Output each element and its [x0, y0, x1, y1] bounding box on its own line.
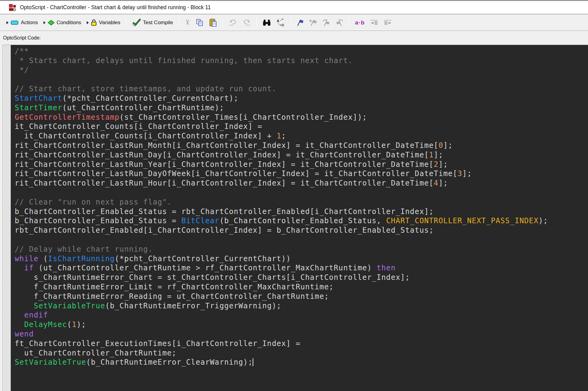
code-line[interactable]	[15, 75, 588, 84]
replace-button[interactable]: A B	[274, 17, 288, 28]
code-line[interactable]: */	[15, 66, 588, 75]
variables-label: Variables	[99, 20, 120, 26]
toolbar-separator	[349, 18, 349, 28]
bookmark-flag-blue-icon	[296, 19, 304, 26]
code-line[interactable]	[15, 235, 588, 245]
cut-button[interactable]: ✂	[182, 17, 193, 28]
chevron-right-icon	[87, 21, 89, 24]
code-line[interactable]: SetVariableTrue(b_ChartRuntimeError_Trig…	[15, 301, 588, 311]
code-line[interactable]: StartChart(*pcht_ChartController_Current…	[15, 94, 588, 103]
code-line[interactable]: it_ChartController_Counts[i_ChartControl…	[15, 131, 588, 141]
code-line[interactable]: endif	[15, 310, 588, 320]
code-line[interactable]: f_ChartRuntimeError_Limit = rf_ChartCont…	[15, 282, 588, 292]
test-compile-button[interactable]: Test Compile	[129, 17, 176, 28]
toolbar-separator	[179, 18, 179, 28]
code-line[interactable]: GetControllerTimestamp(st_ChartControlle…	[15, 113, 588, 122]
replace-a-to-b-icon: A B	[277, 19, 285, 27]
undo-button[interactable]	[226, 18, 240, 28]
title-bar[interactable]: OptoScript - ChartController - Start cha…	[0, 1, 588, 14]
code-line[interactable]: // Start chart, store timestamps, and up…	[15, 84, 588, 94]
code-line[interactable]: ft_ChartController_ExecutionTimes[i_Char…	[15, 339, 588, 348]
action-block-icon	[11, 20, 19, 25]
copy-icon	[196, 19, 204, 27]
undo-arrow-icon	[228, 19, 237, 26]
code-line[interactable]: DelayMsec(1);	[15, 320, 588, 329]
toolbar-separator	[126, 18, 126, 28]
test-compile-label: Test Compile	[143, 20, 173, 26]
code-line[interactable]: if (ut_ChartController_ChartRuntime > rf…	[15, 263, 588, 273]
variable-lock-icon	[91, 19, 97, 26]
toggle-bookmark-button[interactable]	[294, 17, 307, 28]
code-line[interactable]: rbt_ChartController_Enabled[i_ChartContr…	[15, 226, 588, 235]
paste-button[interactable]	[206, 17, 220, 28]
conditions-button[interactable]: Conditions	[41, 18, 84, 27]
code-line[interactable]: b_ChartController_Enabled_Status = rbt_C…	[15, 207, 588, 216]
prev-bookmark-button[interactable]	[333, 17, 346, 28]
redo-button[interactable]	[240, 18, 254, 28]
actions-button[interactable]: Actions	[4, 18, 41, 27]
code-line[interactable]: s_ChartRuntimeError_Chart = st_ChartCont…	[15, 273, 588, 282]
optoscript-block-icon	[8, 3, 17, 12]
toolbar-separator	[257, 18, 257, 28]
toolbar: Actions Conditions Variables	[0, 14, 588, 31]
find-button[interactable]	[260, 17, 274, 28]
code-line[interactable]: * Starts chart, delays until finished ru…	[15, 56, 588, 66]
svg-text:B: B	[282, 23, 284, 27]
bookmark-flag-clear-icon	[309, 19, 317, 26]
code-line[interactable]: rit_ChartController_LastRun_DayOfWeek[i_…	[15, 169, 588, 179]
optoscript-editor[interactable]: /** * Starts chart, delays until finishe…	[2, 45, 588, 391]
next-bookmark-button[interactable]	[319, 17, 333, 28]
paste-clipboard-icon	[209, 18, 217, 27]
ab-case-button[interactable]: a·b	[352, 18, 368, 28]
code-line[interactable]: rit_ChartController_LastRun_Day[i_ChartC…	[15, 150, 588, 160]
code-line[interactable]: SetVariableTrue(b_ChartRuntimeError_Clea…	[15, 358, 588, 367]
editor-gutter[interactable]	[3, 45, 11, 391]
test-compile-check-icon	[132, 19, 141, 27]
code-header: OptoScript Code:	[0, 31, 588, 45]
variables-button[interactable]: Variables	[84, 17, 123, 28]
code-line[interactable]: StartTimer(ut_ChartController_ChartRunti…	[15, 103, 588, 113]
code-lines[interactable]: /** * Starts chart, delays until finishe…	[11, 45, 588, 391]
code-line[interactable]: // Delay while chart running.	[15, 245, 588, 254]
chevron-right-icon	[6, 21, 9, 24]
code-line[interactable]: while (IsChartRunning(*pcht_ChartControl…	[15, 254, 588, 264]
svg-text:A: A	[277, 19, 279, 23]
code-line[interactable]: wend	[15, 329, 588, 339]
code-line[interactable]: ut_ChartController_ChartRuntime;	[15, 348, 588, 358]
code-line[interactable]: it_ChartController_Counts[i_ChartControl…	[15, 122, 588, 131]
code-line[interactable]: f_ChartRuntimeError_Reading = ut_ChartCo…	[15, 292, 588, 301]
indent-button[interactable]	[368, 18, 381, 27]
toolbar-separator	[223, 18, 223, 28]
toolbar-separator	[291, 18, 291, 28]
actions-label: Actions	[21, 20, 38, 26]
clear-bookmarks-button[interactable]	[307, 17, 319, 28]
ab-case-icon: a·b	[355, 19, 365, 26]
bookmark-flag-next-icon	[322, 19, 330, 26]
code-line[interactable]: /**	[15, 47, 588, 56]
conditions-label: Conditions	[57, 20, 81, 26]
redo-arrow-icon	[243, 19, 251, 26]
condition-diamond-icon	[48, 20, 55, 25]
outdent-icon	[384, 20, 392, 26]
code-line[interactable]: rit_ChartController_LastRun_Year[i_Chart…	[15, 160, 588, 169]
copy-button[interactable]	[193, 17, 206, 28]
cut-scissors-icon: ✂	[183, 20, 191, 25]
bookmark-flag-prev-icon	[336, 19, 344, 26]
optoscript-window: OptoScript - ChartController - Start cha…	[0, 0, 588, 391]
find-binoculars-icon	[262, 19, 271, 26]
outdent-button[interactable]	[381, 18, 394, 27]
chevron-right-icon	[43, 21, 46, 24]
code-line[interactable]: rit_ChartController_LastRun_Month[i_Char…	[15, 141, 588, 150]
code-header-label: OptoScript Code:	[3, 35, 41, 41]
window-title: OptoScript - ChartController - Start cha…	[20, 4, 211, 11]
text-cursor	[253, 358, 253, 366]
code-line[interactable]	[15, 188, 588, 197]
code-line[interactable]: rit_ChartController_LastRun_Hour[i_Chart…	[15, 179, 588, 188]
code-line[interactable]: b_ChartController_Enabled_Status = BitCl…	[15, 216, 588, 226]
indent-icon	[370, 20, 378, 26]
code-line[interactable]: // Clear "run on next pass flag".	[15, 197, 588, 207]
